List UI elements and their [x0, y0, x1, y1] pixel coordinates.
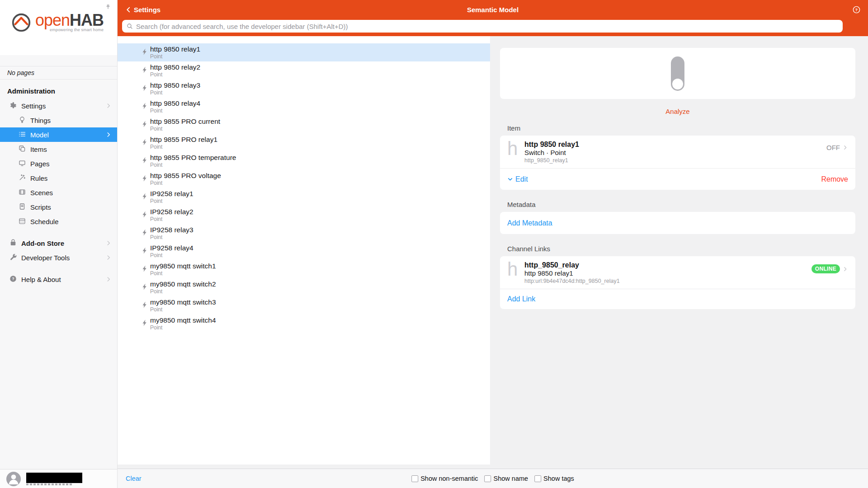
- sidebar-item-settings[interactable]: Settings: [0, 99, 117, 113]
- partial-url-text: [26, 483, 73, 485]
- chevron-right-icon: [105, 103, 112, 110]
- sidebar-item-model[interactable]: Model: [0, 127, 117, 142]
- sidebar-item-things[interactable]: Things: [0, 113, 117, 127]
- item-name: IP9258 relay3: [150, 226, 193, 234]
- redacted-account-info: [26, 473, 82, 485]
- navbar: Settings Semantic Model ?: [118, 0, 868, 36]
- model-list-item[interactable]: my9850 mqtt switch3 Point: [118, 296, 490, 314]
- model-list-item[interactable]: http 9855 PRO relay1 Point: [118, 134, 490, 152]
- checkbox[interactable]: [485, 475, 491, 482]
- help-button[interactable]: ?: [852, 5, 861, 14]
- model-list-item[interactable]: http 9855 PRO temperature Point: [118, 152, 490, 170]
- sidebar-item-scripts[interactable]: Scripts: [0, 200, 117, 214]
- model-list-item[interactable]: IP9258 relay4 Point: [118, 242, 490, 260]
- item-type: Point: [150, 324, 216, 331]
- bolt-icon: [141, 228, 149, 239]
- item-type: Point: [150, 306, 216, 313]
- brand-word: openHAB: [35, 12, 104, 28]
- sidebar-item-label: Scripts: [30, 203, 51, 211]
- item-type: Point: [150, 108, 200, 114]
- item-name: my9850 mqtt switch3: [150, 298, 216, 306]
- add-metadata-button[interactable]: Add Metadata: [507, 219, 552, 227]
- edit-button[interactable]: Edit: [507, 175, 528, 183]
- back-button[interactable]: Settings: [125, 6, 160, 14]
- item-type: Point: [150, 252, 193, 258]
- page-title: Semantic Model: [467, 6, 519, 14]
- bolt-icon: [141, 47, 149, 58]
- sidebar-item-pages[interactable]: Pages: [0, 156, 117, 171]
- sidebar-item-items[interactable]: Items: [0, 142, 117, 156]
- checkbox[interactable]: [534, 475, 541, 482]
- channel-link-row[interactable]: h http_9850_relay http 9850 relay1 http:…: [500, 256, 855, 289]
- metadata-card: Add Metadata: [500, 212, 855, 234]
- clear-button[interactable]: Clear: [126, 475, 142, 482]
- channel-links-card: h http_9850_relay http 9850 relay1 http:…: [500, 256, 855, 309]
- sidebar-item-label: Settings: [21, 102, 46, 110]
- checkbox-label: Show name: [494, 475, 528, 482]
- model-list-icon: [18, 130, 26, 140]
- model-list-item[interactable]: http 9850 relay2 Point: [118, 61, 490, 80]
- item-type: Point: [150, 180, 221, 186]
- display-options: Show non-semantic Show name Show tags: [411, 475, 574, 482]
- redaction-box: [26, 473, 82, 483]
- item-type: Point: [150, 234, 193, 240]
- item-name: http 9850 relay1: [150, 45, 200, 53]
- checkbox-option[interactable]: Show tags: [534, 475, 574, 482]
- sidebar-item-help-about[interactable]: ? Help & About: [0, 272, 117, 286]
- bolt-icon: [141, 138, 149, 148]
- item-type: Point: [150, 198, 193, 204]
- item-row[interactable]: h http 9850 relay1 Switch · Point http_9…: [500, 136, 855, 168]
- chevron-right-icon: [105, 254, 112, 262]
- sidebar-item-schedule[interactable]: Schedule: [0, 214, 117, 229]
- toggle-knob: [672, 79, 683, 89]
- sidebar-item-label: Schedule: [30, 218, 59, 225]
- item-name: http 9850 relay4: [150, 99, 200, 108]
- item-type: Point: [150, 144, 217, 150]
- channel-links-section-title: Channel Links: [507, 245, 855, 253]
- search-input[interactable]: [136, 23, 839, 30]
- checkbox-option[interactable]: Show name: [485, 475, 528, 482]
- item-icon: h: [507, 139, 521, 158]
- toggle-switch[interactable]: [671, 56, 684, 91]
- item-name: my9850 mqtt switch4: [150, 316, 216, 324]
- model-list-item[interactable]: http 9850 relay3 Point: [118, 80, 490, 98]
- model-list-item[interactable]: IP9258 relay1 Point: [118, 188, 490, 206]
- analyze-button[interactable]: Analyze: [500, 108, 855, 115]
- svg-text:?: ?: [12, 277, 14, 281]
- pin-icon[interactable]: [104, 4, 112, 13]
- sidebar: openHAB empowering the smart home No pag…: [0, 0, 118, 488]
- search-icon: [126, 23, 133, 30]
- checkbox-option[interactable]: Show non-semantic: [411, 475, 478, 482]
- sidebar-item-label: Things: [30, 117, 51, 124]
- search-bar: [122, 20, 843, 33]
- avatar[interactable]: [6, 472, 21, 486]
- sidebar-item-rules[interactable]: Rules: [0, 171, 117, 185]
- item-type: Point: [150, 53, 200, 60]
- item-type: Point: [150, 162, 236, 168]
- model-list-item[interactable]: http 9850 relay1 Point: [118, 43, 490, 61]
- chevron-right-icon: [842, 266, 848, 272]
- checkbox[interactable]: [411, 475, 418, 482]
- model-list-item[interactable]: http 9855 PRO current Point: [118, 116, 490, 134]
- account-area: [0, 469, 117, 488]
- bolt-icon: [141, 246, 149, 257]
- sidebar-item-developer-tools[interactable]: Developer Tools: [0, 250, 117, 265]
- sidebar-item-scenes[interactable]: Scenes: [0, 185, 117, 200]
- status-badge: ONLINE: [811, 264, 840, 273]
- add-link-button[interactable]: Add Link: [507, 295, 535, 303]
- bolt-icon: [141, 319, 149, 329]
- openhab-logo-icon: [11, 12, 32, 33]
- semantic-model-list: http 9850 relay1 Point http 9850 relay2 …: [118, 36, 490, 465]
- model-list-item[interactable]: http 9855 PRO voltage Point: [118, 170, 490, 188]
- sidebar-item-addon-store[interactable]: Add-on Store: [0, 236, 117, 250]
- model-list-item[interactable]: IP9258 relay3 Point: [118, 224, 490, 242]
- model-list-item[interactable]: my9850 mqtt switch1 Point: [118, 260, 490, 278]
- remove-button[interactable]: Remove: [821, 175, 848, 183]
- chevron-left-icon: [125, 6, 132, 14]
- model-list-item[interactable]: my9850 mqtt switch2 Point: [118, 278, 490, 296]
- bolt-icon: [141, 156, 149, 166]
- model-list-item[interactable]: http 9850 relay4 Point: [118, 98, 490, 116]
- model-list-item[interactable]: IP9258 relay2 Point: [118, 206, 490, 224]
- model-list-item[interactable]: my9850 mqtt switch4 Point: [118, 314, 490, 333]
- bolt-icon: [141, 120, 149, 130]
